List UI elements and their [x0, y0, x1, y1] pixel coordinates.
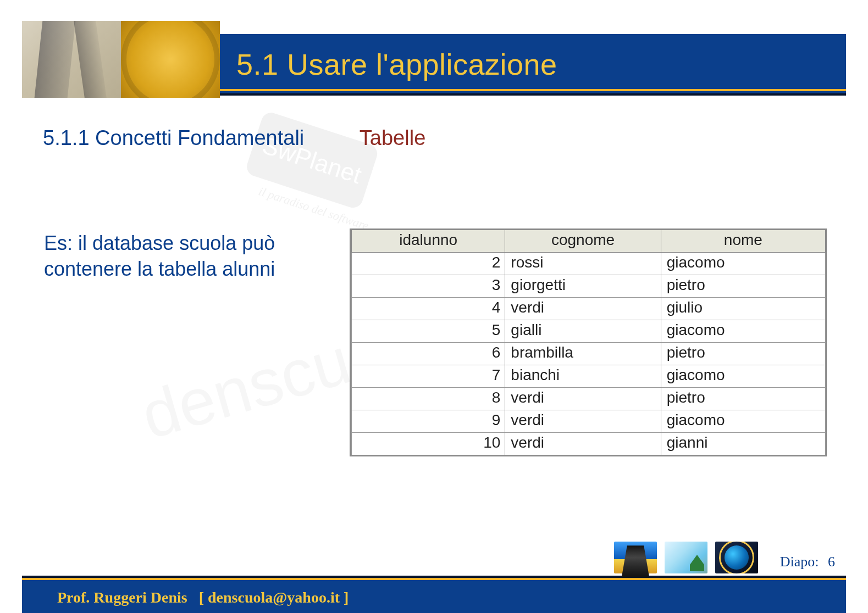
col-header-cognome: cognome — [505, 230, 661, 253]
cell-nome: pietro — [661, 343, 825, 365]
cell-nome: pietro — [661, 275, 825, 298]
cell-id: 4 — [352, 298, 505, 320]
table-row: 3 giorgetti pietro — [352, 275, 826, 298]
table-row: 5 gialli giacomo — [352, 320, 826, 343]
cell-nome: giulio — [661, 298, 825, 320]
col-header-nome: nome — [661, 230, 825, 253]
data-table: idalunno cognome nome 2 rossi giacomo 3 … — [350, 229, 827, 456]
cell-id: 10 — [352, 433, 505, 455]
cell-id: 6 — [352, 343, 505, 365]
footer-thumbs — [614, 542, 758, 573]
cell-id: 3 — [352, 275, 505, 298]
footer-thumb-globe-icon — [715, 542, 758, 573]
footer-thumb-road-icon — [614, 542, 657, 573]
cell-cognome: verdi — [505, 388, 661, 410]
slide: 5.1 Usare l'applicazione denscuola@yahoo… — [0, 0, 868, 613]
col-header-idalunno: idalunno — [352, 230, 505, 253]
slide-title: 5.1 Usare l'applicazione — [236, 47, 557, 81]
cell-cognome: bianchi — [505, 365, 661, 388]
svg-rect-0 — [244, 110, 379, 210]
cell-id: 7 — [352, 365, 505, 388]
table-row: 6 brambilla pietro — [352, 343, 826, 365]
cell-id: 2 — [352, 253, 505, 275]
table-row: 4 verdi giulio — [352, 298, 826, 320]
body-text: Es: il database scuola può contenere la … — [44, 231, 335, 282]
header-left-graphic — [22, 21, 220, 98]
footer-author: Prof. Ruggeri Denis — [57, 589, 187, 606]
cell-nome: giacomo — [661, 365, 825, 388]
page-counter: Diapo: 6 — [780, 554, 835, 570]
cell-cognome: brambilla — [505, 343, 661, 365]
table-row: 9 verdi giacomo — [352, 410, 826, 433]
cell-cognome: rossi — [505, 253, 661, 275]
watermark-badge-tagline: il paradiso del software — [257, 184, 371, 232]
header-thumb-coin-icon — [121, 21, 220, 98]
cell-cognome: verdi — [505, 433, 661, 455]
footer-thumb-landscape-icon — [665, 542, 707, 573]
cell-cognome: gialli — [505, 320, 661, 343]
table-row: 10 verdi gianni — [352, 433, 826, 455]
table-row: 7 bianchi giacomo — [352, 365, 826, 388]
cell-nome: giacomo — [661, 320, 825, 343]
table-header-row: idalunno cognome nome — [352, 230, 826, 253]
page-number: 6 — [828, 554, 835, 570]
footer-email: denscuola@yahoo.it — [208, 589, 340, 606]
cell-cognome: giorgetti — [505, 275, 661, 298]
cell-cognome: verdi — [505, 410, 661, 433]
subtitle-section: 5.1.1 Concetti Fondamentali — [43, 126, 304, 149]
table-row: 2 rossi giacomo — [352, 253, 826, 275]
page-label: Diapo: — [780, 554, 819, 570]
cell-nome: pietro — [661, 388, 825, 410]
cell-id: 8 — [352, 388, 505, 410]
footer-email-wrapper: [ denscuola@yahoo.it ] — [191, 589, 349, 606]
subtitle: 5.1.1 Concetti Fondamentali Tabelle — [43, 126, 425, 150]
cell-nome: gianni — [661, 433, 825, 455]
cell-id: 9 — [352, 410, 505, 433]
cell-id: 5 — [352, 320, 505, 343]
cell-nome: giacomo — [661, 410, 825, 433]
cell-nome: giacomo — [661, 253, 825, 275]
header-thumb-legs-icon — [22, 21, 121, 98]
table-row: 8 verdi pietro — [352, 388, 826, 410]
subtitle-topic: Tabelle — [360, 126, 425, 149]
footer-text: Prof. Ruggeri Denis [ denscuola@yahoo.it… — [57, 589, 349, 606]
cell-cognome: verdi — [505, 298, 661, 320]
